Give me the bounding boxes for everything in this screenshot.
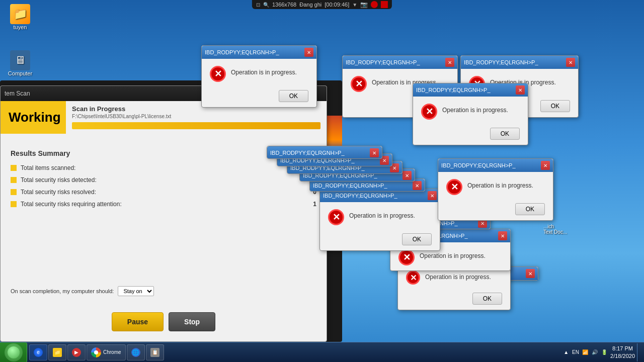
- scan-buttons: Pause Stop: [11, 312, 316, 331]
- dialog-10-error-icon: ✕: [328, 209, 344, 225]
- tuyen-icon: 📁: [10, 4, 30, 24]
- desktop-icon-tuyen[interactable]: 📁 tuyen: [4, 4, 36, 30]
- result-value-3: 1: [276, 201, 316, 208]
- result-bullet-0: [11, 165, 17, 171]
- dialog-2-titlebar: IBD_RODPYY;EQLRGNH>P_ ✕: [343, 56, 457, 69]
- dialog-12-ok-button[interactable]: OK: [515, 203, 545, 215]
- desktop: ⊡ 🔍 1366x768 Đang ghi [00:09:46] ▼ 📷 📁 t…: [0, 0, 644, 362]
- app-icon: 📋: [150, 348, 159, 357]
- dialog-14-message: Operation is in progress.: [420, 249, 486, 259]
- dialog-12: IBD_RODPYY;EQLRGNH>P_ ✕ ✕ Operation is i…: [438, 158, 553, 221]
- dialog-14-error-icon: ✕: [398, 249, 415, 265]
- record-red-dot[interactable]: [371, 1, 378, 8]
- dialog-3-title: IBD_RODPYY;EQLRGNH>P_: [464, 59, 566, 65]
- dialog-4-title: IBD_RODPYY;EQLRGNH>P_: [416, 87, 516, 93]
- taskbar: e 📁 ▶ Chrome 🌐 📋: [0, 342, 644, 362]
- result-row-3: Total security risks requiring attention…: [11, 201, 316, 208]
- dialog-12-body: ✕ Operation is in progress.: [438, 172, 553, 200]
- dialog-10: IBD_RODPYY;EQLRGNH>P_ ✕ ✕ Operation is i…: [319, 189, 440, 251]
- dialog-14-close[interactable]: ✕: [498, 231, 507, 240]
- taskbar-item-chrome[interactable]: Chrome: [87, 344, 126, 360]
- dialog-12-close[interactable]: ✕: [541, 161, 550, 170]
- dialog-1: IBD_RODPYY;EQLRGNH>P_ ✕ ✕ Operation is i…: [201, 45, 317, 108]
- result-row-0: Total items scanned: 142,298: [11, 164, 316, 171]
- result-row-1: Total security risks detected: 1: [11, 176, 316, 184]
- tray-clock: 8:17 PM 2/18/2020: [610, 345, 635, 359]
- result-label-0: Total items scanned:: [21, 164, 276, 171]
- taskbar-tray: ▲ EN 📶 🔊 🔋 8:17 PM 2/18/2020: [558, 343, 644, 361]
- dialog-3-titlebar: IBD_RODPYY;EQLRGNH>P_ ✕: [461, 56, 578, 69]
- dialog-15-footer: OK: [398, 290, 510, 310]
- dialog-10-close[interactable]: ✕: [428, 191, 437, 200]
- dialog-4-error-icon: ✕: [421, 104, 437, 120]
- dialog-1-message: Operation is in progress.: [231, 66, 297, 76]
- scan-window-title: tem Scan: [5, 90, 30, 97]
- dialog-4-ok-button[interactable]: OK: [490, 128, 520, 140]
- working-label: Working: [9, 110, 61, 125]
- scan-window: tem Scan Working Scan in Progress F:\Chi…: [0, 85, 327, 342]
- taskbar-item-folder[interactable]: 📁: [48, 344, 66, 360]
- tray-network-icon: 📶: [581, 348, 589, 356]
- media-icon: ▶: [72, 348, 81, 357]
- start-orb-inner: [8, 346, 20, 358]
- dialog-15-error-icon: ✕: [406, 270, 420, 285]
- dialog-3-close[interactable]: ✕: [566, 58, 575, 67]
- computer-label: Computer: [8, 70, 32, 76]
- dialog-1-ok-button[interactable]: OK: [279, 90, 308, 102]
- dialog-1-titlebar: IBD_RODPYY;EQLRGNH>P_ ✕: [202, 46, 316, 59]
- folder-icon: 📁: [53, 348, 62, 357]
- dialog-16-close[interactable]: ✕: [526, 269, 535, 278]
- text-doc-line2: Text Doc...: [543, 229, 567, 235]
- completion-select[interactable]: Stay on: [118, 286, 154, 296]
- dialog-4-close[interactable]: ✕: [516, 85, 525, 95]
- tray-battery-icon: 🔋: [600, 348, 608, 356]
- dialog-8-close[interactable]: ✕: [403, 171, 412, 180]
- result-label-1: Total security risks detected:: [21, 176, 276, 184]
- dialog-2-title: IBD_RODPYY;EQLRGNH>P_: [346, 59, 445, 65]
- recording-resolution: 1366x768: [272, 2, 296, 8]
- recording-status: Đang ghi: [299, 2, 321, 8]
- show-desktop-button[interactable]: [637, 343, 640, 361]
- tray-expand-button[interactable]: ▲: [562, 349, 570, 355]
- start-button[interactable]: [0, 342, 27, 363]
- dialog-4-footer: OK: [413, 125, 528, 145]
- dialog-1-error-icon: ✕: [210, 66, 226, 82]
- dialog-12-titlebar: IBD_RODPYY;EQLRGNH>P_ ✕: [438, 159, 553, 172]
- tray-icons: EN 📶 🔊 🔋: [572, 348, 608, 356]
- recording-dropdown-icon[interactable]: ▼: [352, 2, 357, 8]
- result-bullet-3: [11, 201, 17, 207]
- dialog-2-close[interactable]: ✕: [445, 58, 454, 67]
- dialog-12-message: Operation is in progress.: [467, 179, 533, 189]
- rec-monitor-icon: ⊡: [256, 2, 260, 8]
- dialog-5-close[interactable]: ✕: [370, 148, 379, 157]
- dialog-4-message: Operation is in progress.: [442, 104, 508, 114]
- stop-button[interactable]: Stop: [169, 312, 215, 331]
- tray-time: 8:17 PM: [610, 345, 635, 352]
- dialog-12-title: IBD_RODPYY;EQLRGNH>P_: [441, 162, 541, 168]
- dialog-10-body: ✕ Operation is in progress.: [320, 202, 440, 230]
- dialog-3-ok-button[interactable]: OK: [540, 100, 570, 112]
- pause-button[interactable]: Pause: [112, 312, 164, 331]
- dialog-10-ok-button[interactable]: OK: [402, 233, 432, 245]
- dialog-15-message: Operation is in progress.: [425, 270, 491, 281]
- dialog-5-titlebar: IBD_RODPYY;EQLRGNH>P_ ✕: [267, 146, 382, 159]
- text-doc-line1: ...ich: [543, 224, 567, 229]
- taskbar-item-globe[interactable]: 🌐: [127, 344, 145, 360]
- dialog-1-title: IBD_RODPYY;EQLRGNH>P_: [205, 49, 304, 55]
- dialog-9-close[interactable]: ✕: [413, 181, 422, 190]
- dialog-15-ok-button[interactable]: OK: [472, 293, 502, 305]
- taskbar-item-ie[interactable]: e: [29, 344, 47, 360]
- working-banner: Working: [1, 101, 66, 134]
- camera-icon: 📷: [360, 1, 368, 8]
- completion-row: On scan completion, my computer should: …: [11, 286, 316, 296]
- recording-time: [00:09:46]: [325, 2, 349, 8]
- dialog-12-error-icon: ✕: [446, 179, 462, 195]
- dialog-10-message: Operation is in progress.: [349, 209, 415, 219]
- record-stop-btn[interactable]: [381, 1, 388, 8]
- dialog-1-close[interactable]: ✕: [304, 48, 313, 57]
- dialog-4-titlebar: IBD_RODPYY;EQLRGNH>P_ ✕: [413, 83, 528, 97]
- taskbar-item-media[interactable]: ▶: [67, 344, 86, 360]
- desktop-icon-computer[interactable]: 🖥 Computer: [4, 50, 36, 76]
- taskbar-item-app[interactable]: 📋: [146, 344, 164, 360]
- computer-icon: 🖥: [10, 50, 30, 70]
